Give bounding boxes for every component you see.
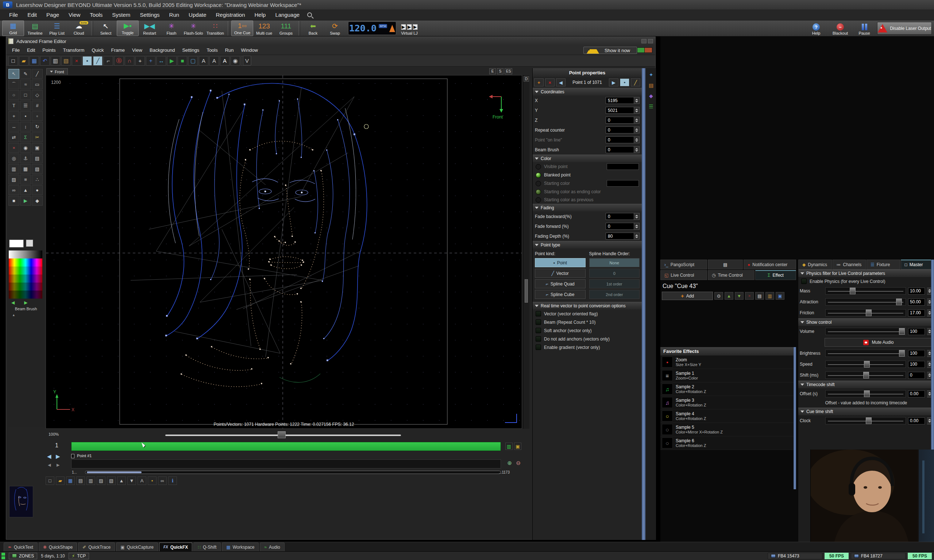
- tool-wave[interactable]: ≈: [20, 80, 31, 89]
- add-point-button[interactable]: +: [534, 78, 544, 86]
- tool-target[interactable]: ◉: [20, 143, 31, 153]
- tab-document[interactable]: ▤: [708, 260, 743, 269]
- vector-flag-option[interactable]: Vector (vector oriented flag): [533, 309, 642, 318]
- chain-icon[interactable]: ∞: [158, 477, 167, 485]
- point-mode-icon[interactable]: ▪: [82, 56, 92, 66]
- point-color-strip[interactable]: [71, 459, 501, 468]
- magnet-icon[interactable]: ∩: [125, 56, 134, 66]
- list-tab-icon[interactable]: ☰: [647, 103, 655, 111]
- prev-point-button[interactable]: ◀: [556, 78, 566, 86]
- secondary-color-swatch[interactable]: [26, 240, 33, 247]
- y-spinner[interactable]: [634, 107, 640, 114]
- shift-slider[interactable]: [825, 372, 906, 379]
- z-spinner[interactable]: [634, 117, 640, 124]
- speed-value[interactable]: 100: [908, 361, 925, 368]
- back-button[interactable]: ⬅Back: [302, 20, 324, 36]
- pin-tab-icon[interactable]: ✦: [647, 72, 655, 79]
- x-field[interactable]: 5195: [606, 97, 634, 104]
- soft-anchor-option[interactable]: Soft anchor (vector only): [533, 326, 642, 335]
- zoom-slider-thumb[interactable]: [277, 431, 286, 438]
- open-icon[interactable]: ▰: [19, 56, 28, 66]
- afe-menu-points[interactable]: Points: [39, 46, 59, 54]
- beam-brush-spinner[interactable]: [634, 146, 640, 153]
- fading-depth-field[interactable]: 80: [606, 232, 634, 240]
- tool-line[interactable]: ╱: [32, 69, 43, 79]
- move-down-icon[interactable]: ▼: [127, 477, 136, 485]
- bpm-display[interactable]: 120.0 BPM: [348, 22, 396, 35]
- next-page-button[interactable]: ▶: [57, 463, 60, 468]
- effect-up-icon[interactable]: ▲: [724, 292, 733, 300]
- tool-diamond[interactable]: ◇: [32, 90, 43, 100]
- tool-swap[interactable]: ⇄: [8, 132, 19, 142]
- next-track-button[interactable]: ▶: [56, 453, 60, 460]
- track-visibility-checkbox[interactable]: [71, 454, 74, 458]
- fade-backward-field[interactable]: 0: [606, 213, 634, 220]
- grid-list-icon[interactable]: ▧: [107, 477, 116, 485]
- swap-button[interactable]: ⟳Swap: [324, 20, 346, 36]
- grid-copy-icon[interactable]: ▨: [97, 477, 105, 485]
- coordinates-header[interactable]: Coordinates: [533, 88, 642, 95]
- tool-rect[interactable]: ▭: [32, 80, 43, 89]
- tab-notification-center[interactable]: ●Notification center: [744, 260, 796, 269]
- restart-button[interactable]: ▶◀Restart: [139, 20, 160, 36]
- tool-grid[interactable]: #: [32, 101, 43, 111]
- afe-menu-background[interactable]: Background: [146, 46, 179, 54]
- disable-laser-output-button[interactable]: * Disable Laser Output: [877, 22, 932, 35]
- offset-value[interactable]: 0.00: [908, 391, 925, 397]
- speed-slider[interactable]: [825, 361, 906, 368]
- attraction-slider[interactable]: [825, 298, 906, 306]
- flash-solo-button[interactable]: ✳Flash-Solo: [182, 20, 204, 36]
- tool-hatch-a[interactable]: ▧: [32, 164, 43, 174]
- s-button[interactable]: S: [497, 68, 504, 74]
- tab-dynamics[interactable]: ◆Dynamics: [798, 260, 832, 269]
- add-point-icon[interactable]: ＋: [146, 56, 156, 66]
- favorite-effect-item[interactable]: ◌Sample 5Color+Mirror X+Rotation Z: [660, 423, 795, 436]
- tab-quickfx[interactable]: FXQuickFX: [159, 543, 192, 551]
- monitor-icon[interactable]: ▢: [188, 56, 198, 66]
- es-button[interactable]: ES: [505, 68, 512, 74]
- clock-slider[interactable]: [825, 417, 906, 425]
- tab-effect[interactable]: ΣEffect: [755, 270, 796, 280]
- tool-rows[interactable]: ▤: [32, 154, 43, 163]
- grid-button[interactable]: ▦Grid: [2, 20, 24, 36]
- afe-menu-transform[interactable]: Transform: [60, 46, 88, 54]
- clock-value[interactable]: 0.00: [908, 417, 925, 425]
- effect-save-icon[interactable]: ▣: [776, 292, 784, 300]
- tool-diamond-solid[interactable]: ◆: [32, 196, 43, 206]
- move-points-icon[interactable]: +: [136, 56, 145, 66]
- frame-canvas[interactable]: 1200: [46, 75, 522, 429]
- tool-triangle[interactable]: ▲: [20, 185, 31, 195]
- menu-run[interactable]: Run: [165, 10, 183, 19]
- tool-blank-point[interactable]: ▫: [32, 111, 43, 121]
- new-icon[interactable]: □: [8, 56, 18, 66]
- pause-button[interactable]: Pause: [852, 20, 876, 36]
- effect-new-icon[interactable]: ▤: [755, 292, 764, 300]
- repeat-spinner[interactable]: [634, 126, 640, 134]
- physics-header[interactable]: Physics filter for Live Control paramete…: [798, 269, 934, 277]
- starting-as-ending-option[interactable]: Starting color as ending color: [533, 188, 642, 196]
- select-button[interactable]: ↖Select: [95, 20, 117, 36]
- brightness-slider[interactable]: [825, 350, 906, 357]
- mute-audio-button[interactable]: Mute Audio: [825, 338, 932, 347]
- line-view-button[interactable]: ╱: [631, 78, 640, 86]
- transition-button[interactable]: ∷Transition: [204, 20, 226, 36]
- order-second-button[interactable]: 2nd order: [589, 290, 640, 299]
- properties-scrollbar[interactable]: [642, 68, 646, 540]
- cloud-button[interactable]: beta☁Cloud: [68, 20, 90, 36]
- friction-slider[interactable]: [825, 309, 906, 317]
- afe-menu-run[interactable]: Run: [222, 46, 237, 54]
- favorite-effect-item[interactable]: ♫Sample 2Color+Rotation Z: [660, 382, 795, 396]
- afe-menu-file[interactable]: File: [8, 46, 23, 54]
- point-type-header[interactable]: Point type: [533, 241, 642, 249]
- fade-forward-field[interactable]: 0: [606, 223, 634, 230]
- cue-time-shift-header[interactable]: Cue time shift: [798, 408, 934, 415]
- shift-value[interactable]: 0: [908, 372, 925, 379]
- flash-button[interactable]: ✳Flash: [160, 20, 182, 36]
- delete-icon[interactable]: ×: [72, 56, 82, 66]
- help-button[interactable]: ?Help: [804, 20, 828, 36]
- starting-as-previous-option[interactable]: Starting color as previous: [533, 196, 642, 204]
- mass-value[interactable]: 10.00: [908, 288, 925, 295]
- order-zero-button[interactable]: 0: [589, 269, 640, 278]
- menu-tools[interactable]: Tools: [86, 10, 106, 19]
- tool-hatch-b[interactable]: ▨: [8, 175, 19, 185]
